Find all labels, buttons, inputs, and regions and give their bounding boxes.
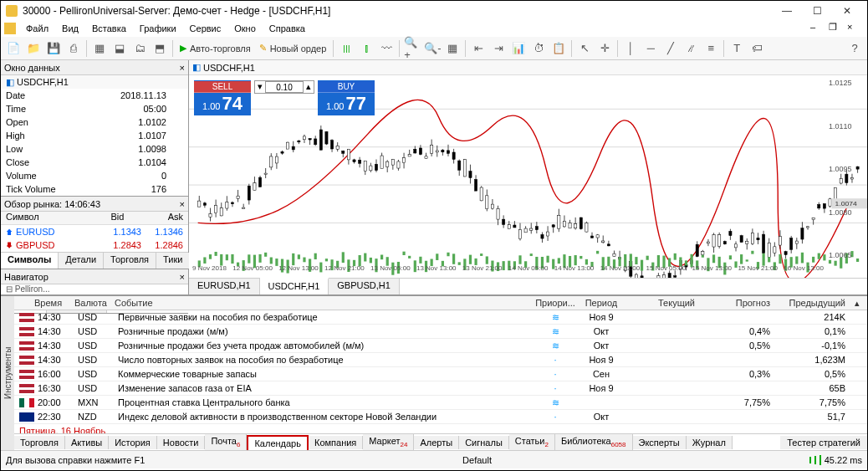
hline-icon[interactable]: ─ [641,39,660,58]
lot-up[interactable]: ▴ [304,81,314,93]
text-icon[interactable]: T [728,39,746,58]
lot-input[interactable] [265,81,304,93]
menu-view[interactable]: Вид [55,22,85,35]
close-button[interactable]: ✕ [832,2,862,20]
menu-file[interactable]: Файл [19,22,55,35]
new-order-button[interactable]: ✎Новый ордер [256,43,330,54]
terminal-tab[interactable]: Журнал [687,436,733,449]
menu-insert[interactable]: Вставка [85,22,133,35]
scroll-up[interactable]: ▴ [852,298,862,309]
profile-name[interactable]: Default [396,455,559,465]
terminal-tab[interactable]: Сигналы [459,436,509,449]
vline-icon[interactable]: │ [621,39,640,58]
svg-rect-262 [298,254,300,259]
trendline-icon[interactable]: ╱ [661,39,680,58]
terminal-tab[interactable]: Торговля [14,436,65,449]
period-icon[interactable]: ⏱ [529,39,548,58]
col-ask: Ask [124,212,183,224]
shift-icon[interactable]: ⇤ [469,39,488,58]
terminal-icon[interactable]: ⬒ [151,39,169,58]
chart-tab-usdchf[interactable]: USDCHF,H1 [260,278,329,294]
calendar-row[interactable]: 22:30NZDИндекс деловой активности в прои… [14,410,867,424]
chart-tab-gbpusd[interactable]: GBPUSD,H1 [329,279,400,294]
tile-icon[interactable]: ▦ [443,39,462,58]
svg-rect-217 [784,252,787,255]
terminal-tab[interactable]: Новости [157,436,206,449]
cursor-icon[interactable]: ↖ [575,39,594,58]
strategy-tester-tab[interactable]: Тестер стратегий [780,436,867,449]
print-icon[interactable]: ⎙ [64,39,83,58]
data-window-close-icon[interactable]: × [180,63,185,73]
menu-help[interactable]: Справка [263,22,312,35]
calendar-row[interactable]: 14:30USDЧисло повторных заявок на пособи… [14,353,867,367]
template-icon[interactable]: 📋 [549,39,568,58]
terminal-tab[interactable]: Алерты [414,436,459,449]
market-close-icon[interactable]: × [180,199,185,209]
auto-trade-button[interactable]: ▶Авто-торговля [176,43,254,54]
open-icon[interactable]: 📁 [24,39,43,58]
line-chart-icon[interactable]: 〰 [377,39,396,58]
quote-row[interactable]: 🡇 GBPUSD1.28431.2846 [1,238,188,252]
channel-icon[interactable]: ⫽ [682,39,700,58]
chart-area[interactable]: ◧ USDCHF,H1 SELL 1.0074 ▾▴ BUY 1.0077 [189,60,867,294]
terminal-tab[interactable]: Почта6 [205,434,247,450]
svg-rect-205 [751,233,753,244]
navigator-close-icon[interactable]: × [180,272,185,282]
calendar-row[interactable]: 20:00MXNПроцентная ставка Центрального б… [14,396,867,410]
crosshair-icon[interactable]: ✛ [595,39,614,58]
mdi-close[interactable]: × [847,22,865,35]
label-icon[interactable]: 🏷 [748,39,766,58]
calendar-row[interactable]: 14:30USDРозничные продажи без учета прод… [14,339,867,353]
tab-ticks[interactable]: Тики [156,253,190,269]
new-icon[interactable]: 📄 [4,39,23,58]
calendar-row[interactable]: 16:00USDКоммерческие товарные запасы·Сен… [14,367,867,381]
nav-icon[interactable]: 🗂 [130,39,149,58]
fib-icon[interactable]: ≡ [702,39,720,58]
terminal-tab[interactable]: Активы [65,436,109,449]
save-icon[interactable]: 💾 [44,39,63,58]
terminal-tab[interactable]: История [109,436,157,449]
svg-rect-307 [546,256,549,263]
tab-details[interactable]: Детали [59,253,104,269]
zoom-in-icon[interactable]: 🔍+ [403,39,421,58]
terminal-tab[interactable]: Эксперты [633,436,687,449]
terminal-tab[interactable]: Компания [309,436,363,449]
buy-button[interactable]: BUY 1.0077 [318,80,375,115]
data-row: Low1.0098 [1,142,188,156]
menu-service[interactable]: Сервис [183,22,228,35]
profiles-icon[interactable]: ▦ [90,39,109,58]
mdi-restore[interactable]: ❐ [829,22,847,35]
sell-button[interactable]: SELL 1.0074 [194,80,251,115]
terminal-tab[interactable]: Маркет24 [363,434,414,450]
svg-rect-33 [275,156,278,163]
mdi-minimize[interactable]: – [810,22,829,35]
terminal-tab[interactable]: Статьи2 [509,434,555,450]
svg-rect-139 [569,223,571,228]
svg-rect-11 [215,206,217,213]
calendar-row[interactable]: 16:30USDИзменение запасов газа от EIA·Но… [14,381,867,396]
zoom-out-icon[interactable]: 🔍- [423,39,442,58]
terminal-tab[interactable]: Календарь [247,435,309,450]
chart-tab-eurusd[interactable]: EURUSD,H1 [189,279,260,294]
bar-chart-icon[interactable]: ⫼ [337,39,355,58]
menu-charts[interactable]: Графики [133,22,183,35]
connection-status[interactable]: 45.22 ms [809,455,862,465]
help-icon[interactable]: ? [845,39,864,58]
lot-down[interactable]: ▾ [255,81,265,93]
calendar-row[interactable]: 14:30USDРозничные продажи (м/м)≋Окт0,4%0… [14,325,867,339]
quote-row[interactable]: 🡅 EURUSD1.13431.1346 [1,225,188,238]
tab-symbols[interactable]: Символы [1,253,59,269]
scroll-icon[interactable]: ⇥ [489,39,508,58]
market-icon[interactable]: ⬓ [110,39,129,58]
svg-rect-63 [359,160,361,163]
maximize-button[interactable]: ☐ [802,2,832,20]
calendar-row[interactable]: 14:30USDПервичные заявки на пособия по б… [14,310,867,325]
terminal-tab[interactable]: Библиотека6058 [555,434,633,450]
status-bar: Для вызова справки нажмите F1 Default 45… [1,450,867,468]
minimize-button[interactable]: — [772,2,802,20]
menu-window[interactable]: Окно [227,22,263,35]
svg-rect-133 [552,225,554,228]
candle-chart-icon[interactable]: ⫿ [357,39,375,58]
tab-trade[interactable]: Торговля [104,253,156,269]
indicators-icon[interactable]: 📊 [509,39,528,58]
